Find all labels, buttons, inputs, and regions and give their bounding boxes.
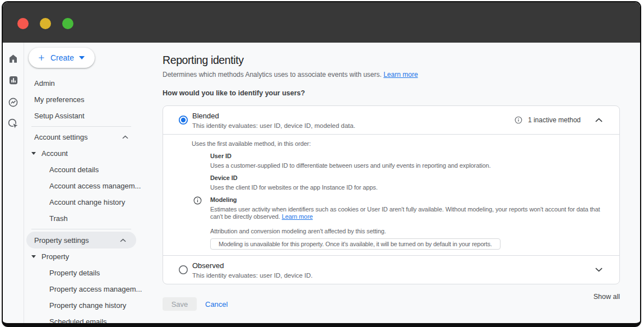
section-account-settings[interactable]: Account settings bbox=[24, 129, 151, 145]
plus-icon bbox=[38, 54, 45, 62]
explore-icon[interactable] bbox=[8, 96, 19, 108]
sidebar-divider bbox=[31, 126, 131, 127]
caret-down-icon bbox=[79, 56, 85, 59]
sidebar-item-admin[interactable]: Admin bbox=[24, 75, 151, 91]
close-window-button[interactable] bbox=[17, 18, 29, 29]
learn-more-link[interactable]: Learn more bbox=[383, 71, 418, 79]
arrow-drop-down-icon bbox=[31, 255, 36, 258]
section-property-settings[interactable]: Property settings bbox=[26, 232, 136, 248]
admin-sidebar: Create Admin My preferences Setup Assist… bbox=[24, 43, 151, 323]
method-user-id: User ID Uses a customer-supplied ID to d… bbox=[210, 153, 610, 169]
method-device-id: Device ID Uses the client ID for website… bbox=[210, 174, 610, 191]
chevron-up-icon bbox=[122, 135, 128, 139]
inactive-method-badge: 1 inactive method bbox=[528, 116, 581, 124]
blended-details-panel: Uses the first available method, in this… bbox=[163, 135, 619, 255]
observed-description: This identity evaluates: user ID, device… bbox=[192, 272, 595, 279]
sidebar-item-setup-assistant[interactable]: Setup Assistant bbox=[24, 108, 151, 124]
app-body: Create Admin My preferences Setup Assist… bbox=[3, 43, 640, 323]
methods-intro: Uses the first available method, in this… bbox=[192, 140, 610, 148]
app-window: Create Admin My preferences Setup Assist… bbox=[2, 1, 641, 327]
reporting-identity-card: Blended This identity evaluates: user ID… bbox=[163, 105, 620, 284]
reports-icon[interactable] bbox=[8, 75, 19, 86]
chevron-up-icon bbox=[120, 238, 126, 242]
method-modeling: Modeling Estimates user activity when id… bbox=[210, 196, 610, 220]
modeling-status-box: Modeling is unavailable for this propert… bbox=[210, 238, 501, 250]
radio-selected-icon[interactable] bbox=[178, 115, 188, 125]
modeling-description: Estimates user activity when identifiers… bbox=[210, 206, 605, 220]
cancel-button[interactable]: Cancel bbox=[205, 300, 228, 308]
sidebar-item-property-access-management[interactable]: Property access managem... bbox=[24, 281, 151, 297]
modeling-note: Attribution and conversion modeling aren… bbox=[210, 228, 610, 235]
page-subtitle: Determines which methods Analytics uses … bbox=[163, 71, 640, 79]
group-account[interactable]: Account bbox=[24, 145, 151, 162]
save-button[interactable]: Save bbox=[163, 297, 197, 311]
advertising-icon[interactable] bbox=[8, 118, 19, 130]
info-icon bbox=[193, 196, 202, 206]
create-button-label: Create bbox=[50, 53, 74, 62]
group-property[interactable]: Property bbox=[24, 248, 151, 265]
option-observed[interactable]: Observed This identity evaluates: user I… bbox=[163, 256, 619, 284]
learn-more-link[interactable]: Learn more bbox=[282, 213, 313, 220]
sidebar-item-property-change-history[interactable]: Property change history bbox=[24, 297, 151, 314]
sidebar-item-my-preferences[interactable]: My preferences bbox=[24, 91, 151, 108]
sidebar-item-scheduled-emails[interactable]: Scheduled emails bbox=[24, 314, 151, 327]
chevron-down-icon[interactable] bbox=[595, 268, 603, 272]
arrow-drop-down-icon bbox=[31, 152, 36, 155]
window-titlebar bbox=[3, 2, 640, 43]
fullscreen-window-button[interactable] bbox=[62, 18, 73, 29]
sidebar-item-account-details[interactable]: Account details bbox=[24, 162, 151, 178]
sidebar-item-account-change-history[interactable]: Account change history bbox=[24, 194, 151, 210]
show-all-link[interactable]: Show all bbox=[594, 293, 620, 301]
radio-unselected-icon[interactable] bbox=[178, 265, 188, 275]
chevron-up-icon[interactable] bbox=[595, 118, 603, 122]
info-icon bbox=[515, 116, 522, 124]
icon-rail bbox=[3, 43, 24, 323]
home-icon[interactable] bbox=[8, 53, 19, 64]
page-title: Reporting identity bbox=[163, 54, 640, 67]
form-footer: Save Cancel Show all bbox=[163, 284, 620, 318]
sidebar-item-trash[interactable]: Trash bbox=[24, 210, 151, 227]
option-blended[interactable]: Blended This identity evaluates: user ID… bbox=[163, 106, 619, 134]
main-content: Reporting identity Determines which meth… bbox=[151, 43, 640, 323]
sidebar-item-property-details[interactable]: Property details bbox=[24, 265, 151, 281]
minimize-window-button[interactable] bbox=[40, 18, 51, 29]
identify-users-question: How would you like to identify your user… bbox=[163, 89, 640, 97]
blended-label: Blended bbox=[192, 112, 515, 120]
observed-label: Observed bbox=[192, 261, 595, 270]
blended-description: This identity evaluates: user ID, device… bbox=[192, 122, 515, 129]
sidebar-item-account-access-management[interactable]: Account access managem... bbox=[24, 178, 151, 194]
sidebar-divider bbox=[31, 229, 131, 229]
create-button[interactable]: Create bbox=[29, 48, 95, 68]
